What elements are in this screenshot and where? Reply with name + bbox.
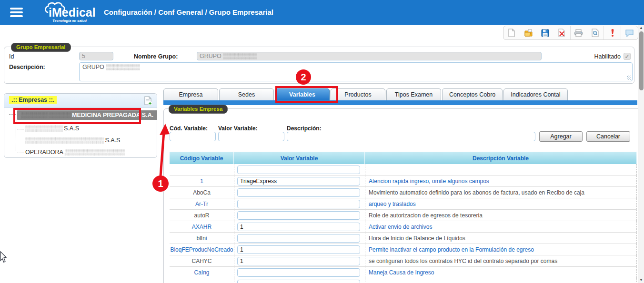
tab-conceptos-cobro[interactable]: Conceptos Cobro [442,88,503,100]
valor-cell [234,176,365,186]
tab-productos[interactable]: Productos [331,88,385,100]
descripcion-textarea[interactable]: GRUPO ▒▒▒▒▒▒▒▒▒ [79,62,633,81]
vertical-scrollbar[interactable]: ▲ ▼ [638,25,644,283]
table-row: BloqFEProducNoCreadoPermite inactivar el… [170,244,637,255]
codigo-cell: CaIng [170,267,234,278]
valor-variable-cell-input[interactable] [237,200,360,208]
cod-variable-input[interactable] [170,132,216,141]
logo-title: iMedical [49,6,96,20]
open-folder-icon[interactable] [520,26,537,39]
valor-variable-cell-input[interactable] [237,223,360,231]
empresas-panel: .:: Empresas ::. ▒▒▒▒▒▒▒ ▒▒▒▒▒▒ MEDICINA… [4,93,157,158]
valor-cell [234,278,365,283]
table-row [170,278,637,283]
cod-variable-label: Cód. Variable: [170,125,208,132]
tab-bar: EmpresaSedesVariablesProductosTipos Exam… [163,88,568,100]
mouse-cursor [0,252,6,263]
codigo-cell: autoR [170,210,234,221]
codigo-cell: blIni [170,233,234,244]
valor-variable-cell-input[interactable] [237,177,360,185]
header-bar: iMedical Tecnología en salud Configuraci… [0,0,644,25]
save-icon[interactable] [537,26,553,39]
cancelar-button[interactable]: Cancelar [586,131,630,142]
agregar-button[interactable]: Agregar [539,131,583,142]
codigo-cell: CAHYC [170,255,234,266]
app-logo: iMedical Tecnología en salud [47,1,99,23]
descripcion-cell: Permite inactivar el campo producto en l… [365,244,637,255]
codigo-cell: AXAHR [170,221,234,232]
valor-variable-cell-input[interactable] [237,188,360,197]
descripcion-label: Descripción: [9,64,45,70]
tab-empresa[interactable]: Empresa [163,88,218,100]
comment-icon[interactable] [621,26,638,39]
codigo-cell: BloqFEProducNoCreado [170,244,234,255]
empresa-tree-item[interactable]: ▒▒▒▒▒▒▒▒▒▒▒▒▒▒▒▒▒▒▒▒▒ S.A.S [25,137,120,144]
descripcion-cell: Activar envio de archivos [365,221,637,232]
variables-table: Código Variable Valor Variable Descripci… [170,152,637,283]
valor-variable-cell-input[interactable] [237,211,360,220]
descripcion-cell: Atencion rapida ingreso, omite algunos c… [365,176,637,186]
table-row: Ar-Trarqueo y traslados [170,198,637,210]
table-row: CaIngManeja Causa de Ingreso [170,267,637,278]
tab-sedes[interactable]: Sedes [219,88,274,100]
grupo-empresarial-section: Grupo Empresarial Id 5 Nombre Grupo: GRU… [4,47,634,84]
delete-icon[interactable] [553,26,571,39]
logo-tagline: Tecnología en salud [52,19,87,23]
valor-cell [234,233,365,244]
valor-variable-cell-input[interactable] [237,268,360,277]
empresas-title: .:: Empresas ::. [9,96,57,104]
redacted-text: ▒▒▒▒▒▒▒▒▒ [106,64,140,70]
descripcion-cell [365,278,637,283]
preview-icon[interactable] [587,26,604,39]
alert-icon[interactable] [604,26,621,39]
descripcion-form-label: Descripción: [287,125,322,132]
descripcion-cell: Maneja Causa de Ingreso [365,267,637,278]
empresa-tree-item[interactable]: ▒▒▒▒▒▒▒ ▒▒▒▒▒▒ MEDICINA PREPAGADA S.A. [17,110,157,120]
menu-icon[interactable] [10,8,23,17]
variables-empresa-badge: Variables Empresa [169,105,228,114]
valor-cell [234,164,365,175]
table-row: blIniHora de Inicio de Balance de Líquid… [170,233,637,244]
habilitado-checkbox[interactable]: ✓ [624,53,631,60]
column-header-descripcion: Descripción Variable [365,152,637,164]
valor-variable-cell-input[interactable] [237,234,360,243]
redacted-text: ▒▒▒▒▒▒▒▒▒ [223,53,257,59]
table-header: Código Variable Valor Variable Descripci… [170,152,637,164]
scrollbar-thumb[interactable] [639,31,644,90]
print-icon[interactable] [571,26,587,39]
valor-cell [234,187,365,198]
valor-cell [234,267,365,278]
table-row [170,164,637,176]
valor-cell [234,198,365,209]
descripcion-input[interactable] [287,132,535,141]
valor-variable-cell-input[interactable] [237,257,360,265]
table-row: AboCaMovimiento automatico definido para… [170,187,637,198]
column-header-codigo: Código Variable [170,152,234,164]
variables-empresa-section: Variables Empresa Cód. Variable: Valor V… [163,108,641,283]
valor-variable-cell-input[interactable] [237,280,360,283]
tab-tipos-examen[interactable]: Tipos Examen [386,88,441,100]
tab-indicadores-contal[interactable]: Indicadores Contal [503,88,567,100]
valor-variable-cell-input[interactable] [237,166,360,174]
tab-variables[interactable]: Variables [275,88,330,100]
codigo-cell: AboCa [170,187,234,198]
tab-underline [163,100,637,105]
codigo-cell: Ar-Tr [170,198,234,209]
valor-variable-input[interactable] [218,132,284,141]
nombre-grupo-field: GRUPO ▒▒▒▒▒▒▒▒▒ [197,52,542,60]
breadcrumb: Configuración / Conf General / Grupo Emp… [104,0,273,25]
table-row: autoRRole de autorizacion de egresos de … [170,210,637,221]
descripcion-cell: Hora de Inicio de Balance de Líquidos [365,233,637,244]
tree-line [16,117,16,151]
scroll-up-icon[interactable]: ▲ [638,26,644,30]
add-empresa-icon[interactable] [144,96,152,107]
scroll-down-icon[interactable]: ▼ [638,278,644,282]
empresa-tree-item[interactable]: OPERADORA ▒▒▒▒▒▒▒▒▒▒▒▒▒▒▒▒ [25,149,124,156]
grupo-empresarial-badge: Grupo Empresarial [11,43,71,52]
empresa-tree-item[interactable]: ▒▒▒▒▒▒▒▒▒▒ S.A.S [25,125,79,132]
descripcion-cell: Movimiento automatico definido para los … [365,187,637,198]
new-document-icon[interactable] [503,26,520,39]
valor-variable-cell-input[interactable] [237,245,360,254]
variables-table-body: 1Atencion rapida ingreso, omite algunos … [170,164,637,283]
descripcion-cell [365,164,637,175]
